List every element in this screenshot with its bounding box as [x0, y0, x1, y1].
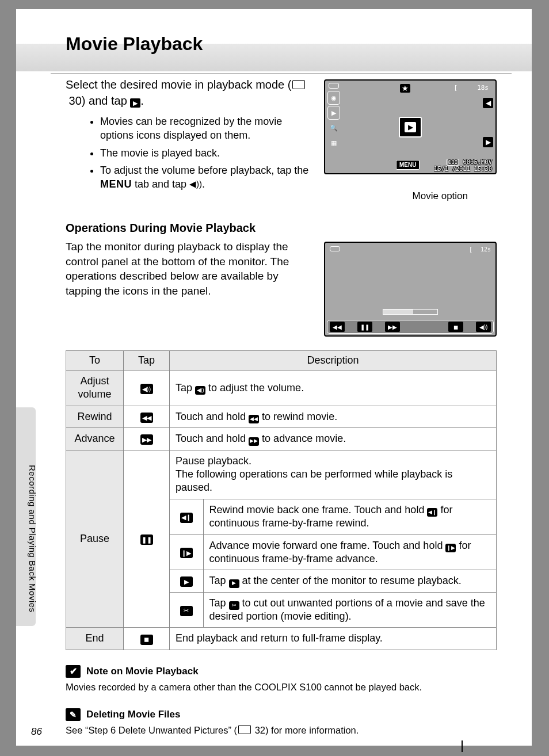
- next-arrow-icon: ▶: [483, 137, 493, 147]
- menu-word: MENU: [100, 178, 132, 190]
- intro-part1: Select the desired movie in playback mod…: [66, 78, 291, 91]
- frame-rewind-icon: ◀❙: [180, 513, 193, 523]
- rewind-icon: ◀◀: [140, 413, 153, 423]
- tap-cell: ❚❚: [124, 450, 170, 628]
- tap-cell: ◀◀: [124, 406, 170, 427]
- lcd-2: [ 12s ◀◀ ❚❚ ▶▶ ◼ ◀)): [324, 242, 497, 337]
- scissors-icon: ✂: [229, 601, 239, 610]
- bullet-1: Movies can be recognized by the movie op…: [100, 114, 314, 143]
- star-icon: ★: [400, 84, 410, 93]
- note-block-2: ✎ Deleting Movie Files See “Step 6 Delet…: [66, 708, 497, 736]
- bullet-3: To adjust the volume before playback, ta…: [100, 163, 314, 192]
- file-meta: 100 0005.MOV 15/1 /2011 15:30: [434, 158, 492, 172]
- col-to: To: [66, 351, 124, 371]
- row-pause: Pause ❚❚ Pause playback. The following o…: [66, 450, 497, 628]
- advance-button-icon: ▶▶: [385, 322, 400, 332]
- volume-icon: ◀)): [140, 384, 153, 394]
- row-advance: Advance ▶▶ Touch and hold ▶▶ to advance …: [66, 428, 497, 450]
- note-heading: ✔ Note on Movie Playback: [66, 665, 497, 678]
- battery-icon: [330, 246, 340, 251]
- page-title: Movie Playback: [51, 22, 512, 65]
- tap-cell: ◼: [124, 628, 170, 650]
- to-cell: End: [66, 628, 124, 650]
- advance-icon: ▶▶: [249, 437, 259, 446]
- play-icon: ▶: [130, 98, 140, 108]
- pause-button-icon: ❚❚: [357, 322, 372, 332]
- playback-control-bar: ◀◀ ❚❚ ▶▶ ◼ ◀)): [327, 320, 494, 334]
- grid-tab-icon: ▦: [327, 136, 340, 150]
- side-icons: ◉ ▶ 🔍 ▦: [327, 83, 341, 150]
- rewind-button-icon: ◀◀: [330, 322, 345, 332]
- playback-tab-icon: ▶: [327, 106, 340, 120]
- pencil-icon: ✎: [66, 708, 81, 721]
- to-cell: Advance: [66, 428, 124, 450]
- operations-table: To Tap Description Adjust volume ◀)) Tap…: [66, 350, 497, 650]
- frame-advance-icon: ❙▶: [445, 544, 456, 552]
- progress-fill: [383, 310, 413, 314]
- row-2: Tap the monitor during playback to displ…: [66, 239, 497, 337]
- volume-button-icon: ◀)): [476, 322, 491, 332]
- bracket-icon: [: [453, 84, 458, 91]
- screenshot-1: ◉ ▶ 🔍 ▦ ★ [ 18s ◀ ▶ ▶ MENU 100 0005.MOV …: [324, 79, 497, 202]
- note-title: Note on Movie Playback: [86, 666, 199, 677]
- manual-page: Movie Playback Recording and Playing Bac…: [16, 9, 532, 746]
- screenshot-2: [ 12s ◀◀ ❚❚ ▶▶ ◼ ◀)): [324, 242, 497, 337]
- tap-cell: ▶▶: [124, 428, 170, 450]
- callout-line: [462, 740, 463, 752]
- play-icon: ▶: [180, 576, 193, 587]
- pause-row-frame-rewind: ◀❙ Rewind movie back one frame. Touch an…: [170, 499, 496, 534]
- desc-cell: End playback and return to full-frame di…: [170, 628, 497, 650]
- desc-cell: Tap ◀)) to adjust the volume.: [170, 371, 497, 406]
- book-icon: [238, 725, 251, 734]
- intro-sentence: Select the desired movie in playback mod…: [66, 77, 314, 109]
- to-cell: Rewind: [66, 406, 124, 427]
- col-desc: Description: [170, 351, 497, 371]
- col-tap: Tap: [124, 351, 170, 371]
- section-heading: Operations During Movie Playback: [66, 222, 497, 235]
- intro-bullets: Movies can be recognized by the movie op…: [66, 114, 314, 191]
- progress-bar: [383, 309, 438, 315]
- intro-part3: .: [140, 94, 144, 107]
- frame-rewind-icon: ◀❙: [427, 508, 437, 517]
- file-date: 15/1 /2011 15:30: [434, 165, 492, 172]
- pause-row-frame-advance: ❙▶ Advance movie forward one frame. Touc…: [170, 534, 496, 570]
- pause-intro: Pause playback. The following operations…: [170, 450, 496, 499]
- search-tab-icon: 🔍: [327, 121, 340, 135]
- duration-label: 18s: [477, 84, 489, 91]
- note-body: Movies recorded by a camera other than t…: [66, 681, 497, 693]
- row-rewind: Rewind ◀◀ Touch and hold ◀◀ to rewind mo…: [66, 406, 497, 427]
- volume-icon: ◀)): [195, 386, 205, 395]
- bullet-2: The movie is played back.: [100, 146, 314, 160]
- intro-text: Select the desired movie in playback mod…: [66, 77, 314, 195]
- stop-button-icon: ◼: [448, 322, 463, 332]
- play-glyph-icon: ▶: [405, 122, 416, 132]
- center-play-button: ▶: [399, 117, 422, 138]
- row-end: End ◼ End playback and return to full-fr…: [66, 628, 497, 650]
- pause-subtable: Pause playback. The following operations…: [170, 450, 496, 628]
- scissors-icon: ✂: [180, 606, 193, 616]
- stop-icon: ◼: [140, 635, 153, 645]
- tap-cell: ◀)): [124, 371, 170, 406]
- desc-cell: Touch and hold ▶▶ to advance movie.: [170, 428, 497, 450]
- prev-arrow-icon: ◀: [483, 98, 493, 108]
- lcd-1: ◉ ▶ 🔍 ▦ ★ [ 18s ◀ ▶ ▶ MENU 100 0005.MOV …: [324, 79, 497, 174]
- row-volume: Adjust volume ◀)) Tap ◀)) to adjust the …: [66, 371, 497, 406]
- desc-cell: Touch and hold ◀◀ to rewind movie.: [170, 406, 497, 427]
- section-label: Recording and Playing Back Movies: [28, 465, 37, 613]
- battery-icon: [329, 83, 339, 89]
- pause-row-resume: ▶ Tap ▶ at the center of the monitor to …: [170, 570, 496, 592]
- filename: 0005.MOV: [463, 158, 492, 165]
- play-icon: ▶: [229, 579, 239, 588]
- note-heading: ✎ Deleting Movie Files: [66, 708, 497, 721]
- table-header-row: To Tap Description: [66, 351, 497, 371]
- pause-icon: ❚❚: [140, 534, 153, 545]
- rewind-icon: ◀◀: [249, 415, 259, 423]
- to-cell: Adjust volume: [66, 371, 124, 406]
- advance-icon: ▶▶: [140, 434, 153, 445]
- screenshot-caption: Movie option: [324, 190, 497, 202]
- to-cell: Pause: [66, 450, 124, 628]
- note-block-1: ✔ Note on Movie Playback Movies recorded…: [66, 665, 497, 693]
- note-title: Deleting Movie Files: [86, 709, 180, 720]
- menu-chip: MENU: [396, 160, 420, 170]
- folder-chip: 100: [447, 159, 459, 166]
